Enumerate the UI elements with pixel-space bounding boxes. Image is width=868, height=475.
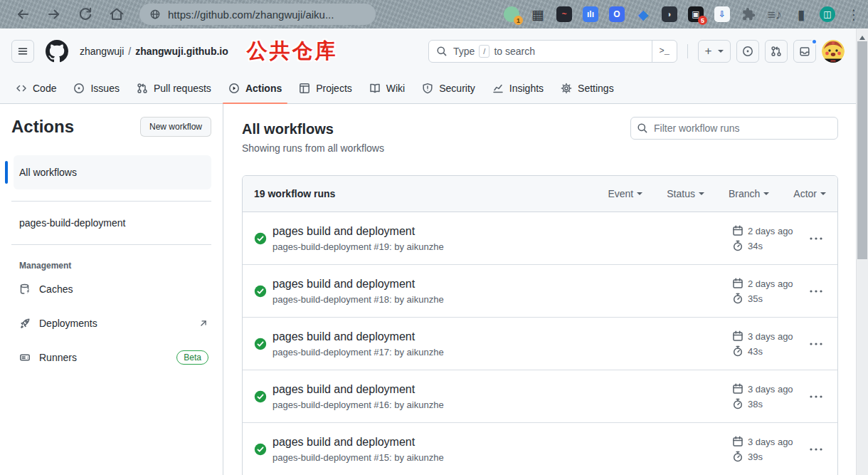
run-duration: 35s — [748, 293, 763, 304]
workflow-run-meta: pages-build-deployment #19: by aikunzhe — [272, 241, 444, 252]
browser-home-button[interactable] — [105, 2, 129, 26]
workflow-run-row: pages build and deployment pages-build-d… — [243, 212, 837, 265]
letter-o-extension-icon[interactable]: O — [608, 6, 625, 23]
create-new-button[interactable]: + — [698, 40, 731, 63]
external-link-icon — [199, 318, 208, 328]
chevron-down-icon — [763, 192, 769, 198]
sidebar-item-caches[interactable]: Caches — [11, 272, 211, 306]
half-book-extension-icon[interactable]: ◗ — [661, 6, 678, 23]
github-header: zhangwuji / zhangwuji.github.io 公共仓库 Typ… — [0, 28, 856, 73]
workflow-run-meta: pages-build-deployment #16: by aikunzhe — [272, 400, 444, 410]
stopwatch-icon — [732, 240, 743, 251]
pull-requests-dashboard-button[interactable] — [765, 40, 788, 63]
bar-chart-extension-icon[interactable]: ılı — [582, 6, 599, 23]
search-icon — [436, 46, 448, 57]
hamburger-menu-button[interactable] — [11, 40, 34, 63]
tab-pull-requests[interactable]: Pull requests — [129, 73, 218, 103]
new-workflow-button[interactable]: New workflow — [140, 117, 211, 137]
shield-icon — [422, 83, 433, 94]
unread-notification-dot — [811, 38, 817, 45]
tab-actions[interactable]: Actions — [221, 73, 289, 103]
address-bar[interactable]: https://github.com/zhangwuji/aiku... — [139, 4, 376, 25]
database-icon — [19, 283, 31, 295]
tab-issues[interactable]: Issues — [66, 73, 126, 103]
workflow-run-row: pages build and deployment pages-build-d… — [243, 370, 837, 423]
run-options-button[interactable] — [800, 330, 832, 358]
runs-filter-dropdown[interactable]: Event — [608, 188, 642, 199]
global-search-input[interactable]: Type / to search >_ — [428, 40, 677, 63]
user-avatar[interactable] — [822, 40, 845, 63]
bank-extension-icon[interactable]: ◫ — [819, 6, 836, 23]
page-scrollbar[interactable] — [856, 28, 868, 475]
workflow-run-row: pages build and deployment pages-build-d… — [243, 265, 837, 318]
workflow-run-title-link[interactable]: pages build and deployment — [272, 225, 444, 238]
runs-filter-dropdown[interactable]: Branch — [729, 188, 769, 199]
github-logo-icon[interactable] — [46, 40, 68, 63]
rocket-icon — [19, 318, 31, 329]
sidebar-workflow-link[interactable]: pages-build-deployment — [11, 213, 211, 233]
run-options-button[interactable] — [800, 224, 832, 253]
gem-extension-icon[interactable]: ◆ — [635, 6, 652, 23]
stopwatch-icon — [732, 398, 743, 409]
notes-extension-icon[interactable]: ▣ 5 — [687, 6, 704, 23]
sidebar-item-runners[interactable]: Runners Beta — [11, 340, 211, 375]
red-annotation-text: 公共仓库 — [247, 37, 338, 66]
breadcrumb-separator: / — [128, 46, 131, 57]
workflow-run-title-link[interactable]: pages build and deployment — [272, 383, 444, 396]
tab-wiki[interactable]: Wiki — [362, 73, 412, 103]
browser-reload-button[interactable] — [73, 2, 97, 26]
calendar-icon — [732, 278, 743, 289]
tab-code[interactable]: Code — [9, 73, 63, 103]
run-options-button[interactable] — [800, 382, 832, 411]
profile-1-extension-icon[interactable]: 1 — [503, 6, 520, 23]
filter-runs-input[interactable] — [630, 117, 838, 140]
stopwatch-icon — [732, 451, 743, 462]
run-duration: 39s — [748, 451, 763, 462]
workflow-run-title-link[interactable]: pages build and deployment — [272, 436, 444, 449]
workflows-main: All workflows Showing runs from all work… — [223, 104, 856, 475]
github-page: zhangwuji / zhangwuji.github.io 公共仓库 Typ… — [0, 28, 856, 475]
slash-key-hint: / — [479, 45, 489, 58]
breadcrumb-repo-link[interactable]: zhangwuji.github.io — [135, 46, 228, 57]
breadcrumb-owner-link[interactable]: zhangwuji — [80, 46, 124, 57]
runs-count: 19 workflow runs — [254, 188, 335, 199]
download-extension-icon[interactable]: ⇩ — [714, 6, 731, 23]
book-icon — [369, 83, 381, 94]
play-circle-icon — [228, 83, 240, 94]
tab-projects[interactable]: Projects — [292, 73, 359, 103]
filter-workflow-runs — [630, 117, 838, 140]
scrollbar-up-arrow[interactable] — [859, 33, 865, 40]
run-date: 3 days ago — [748, 384, 793, 395]
issues-dashboard-button[interactable] — [736, 40, 759, 63]
command-palette-icon[interactable]: >_ — [652, 41, 677, 62]
runs-filter-dropdown[interactable]: Status — [667, 188, 704, 199]
tab-security[interactable]: Security — [415, 73, 482, 103]
curve-app-extension-icon[interactable]: ~ — [556, 6, 573, 23]
playlist-extension-icon[interactable]: ≡♪ — [766, 6, 783, 23]
notifications-inbox-button[interactable] — [793, 40, 816, 63]
code-icon — [16, 83, 27, 94]
browser-back-button[interactable] — [11, 2, 35, 26]
sidebar-divider — [11, 244, 211, 245]
runs-filter-dropdown[interactable]: Actor — [793, 188, 826, 199]
panel-extension-icon[interactable]: ▮ — [793, 6, 810, 23]
run-options-button[interactable] — [800, 435, 832, 464]
success-check-icon — [254, 338, 267, 350]
repo-tab-bar: Code Issues Pull requests Actions Projec… — [0, 73, 856, 104]
tab-settings[interactable]: Settings — [554, 73, 621, 103]
run-options-button[interactable] — [800, 277, 832, 306]
puzzle-extensions-icon[interactable] — [740, 6, 757, 23]
sidebar-item-deployments[interactable]: Deployments — [11, 306, 211, 340]
tab-insights[interactable]: Insights — [485, 73, 551, 103]
browser-menu-icon[interactable]: ⋮ — [845, 6, 862, 23]
qr-code-extension-icon[interactable]: ▦ — [529, 6, 546, 23]
screenshot-root: https://github.com/zhangwuji/aiku... 1 ▦… — [0, 0, 868, 475]
workflow-run-title-link[interactable]: pages build and deployment — [272, 330, 444, 343]
workflow-run-title-link[interactable]: pages build and deployment — [272, 278, 444, 291]
sidebar-item-all-workflows[interactable]: All workflows — [14, 155, 211, 189]
table-icon — [299, 83, 310, 94]
workflow-runs-panel: 19 workflow runs Event Status Branch Act… — [242, 175, 838, 475]
run-date: 2 days ago — [748, 226, 793, 236]
scrollbar-thumb[interactable] — [857, 41, 867, 259]
browser-forward-button[interactable] — [42, 2, 66, 26]
